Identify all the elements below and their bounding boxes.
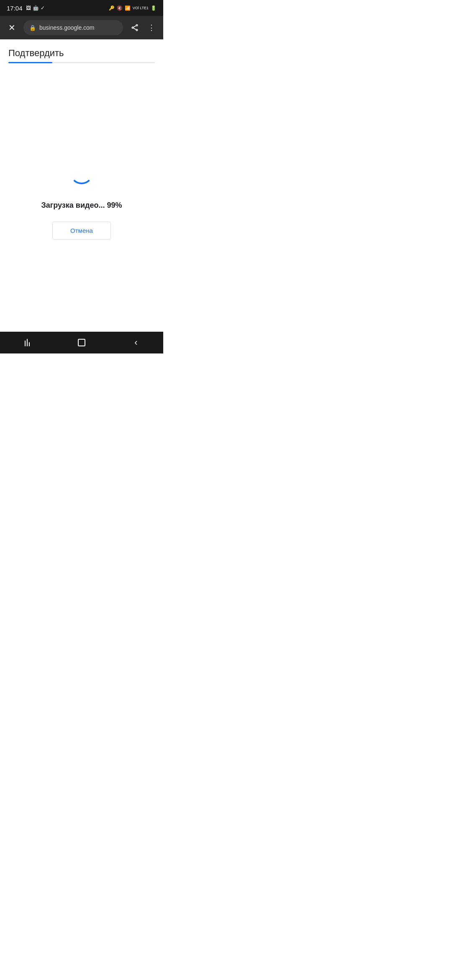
tab-title: Подтвердить <box>8 48 155 59</box>
svg-line-3 <box>134 28 136 29</box>
photo-icon: 🖼 <box>26 5 31 11</box>
browser-actions: ⋮ <box>128 21 158 34</box>
recent-apps-icon <box>25 339 30 346</box>
status-bar-left: 17:04 🖼 🤖 ✓ <box>7 5 45 12</box>
recent-apps-button[interactable] <box>17 333 37 353</box>
svg-line-4 <box>134 26 136 27</box>
tab-indicator-bar <box>8 62 155 63</box>
loading-text: Загрузка видео... 99% <box>41 201 122 210</box>
status-bar: 17:04 🖼 🤖 ✓ 🔑 🔇 📶 VOl LTE1 🔋 <box>0 0 163 16</box>
wifi-icon: 📶 <box>125 5 131 11</box>
back-button[interactable]: ‹ <box>126 333 146 353</box>
loading-spinner <box>70 161 93 184</box>
key-icon: 🔑 <box>109 5 115 11</box>
lte-icon: VOl LTE1 <box>133 6 149 10</box>
svg-point-2 <box>136 29 137 31</box>
main-area: Загрузка видео... 99% Отмена <box>0 63 163 332</box>
cancel-button[interactable]: Отмена <box>52 222 111 240</box>
lock-icon: 🔒 <box>29 25 36 31</box>
battery-icon: 🔋 <box>151 5 157 11</box>
back-icon: ‹ <box>134 337 137 348</box>
browser-bar: ✕ 🔒 business.google.com ⋮ <box>0 16 163 39</box>
tab-header: Подтвердить <box>0 39 163 63</box>
spinner-container <box>65 156 98 189</box>
share-button[interactable] <box>128 21 141 34</box>
page-content: Подтвердить Загрузка видео... 99% Отмена <box>0 39 163 332</box>
nav-bar: ‹ <box>0 332 163 353</box>
close-tab-button[interactable]: ✕ <box>5 21 18 34</box>
menu-button[interactable]: ⋮ <box>145 21 158 34</box>
svg-point-0 <box>136 25 137 26</box>
status-left-icons: 🖼 🤖 ✓ <box>26 5 45 11</box>
url-bar[interactable]: 🔒 business.google.com <box>23 20 123 35</box>
svg-point-1 <box>132 27 133 28</box>
bot-icon: 🤖 <box>33 5 39 11</box>
status-time: 17:04 <box>7 5 23 12</box>
mute-icon: 🔇 <box>117 5 123 11</box>
home-icon <box>78 339 85 346</box>
tab-indicator-active <box>8 62 52 63</box>
url-text: business.google.com <box>39 24 117 31</box>
check-icon: ✓ <box>41 5 45 11</box>
status-bar-right: 🔑 🔇 📶 VOl LTE1 🔋 <box>109 5 157 11</box>
home-button[interactable] <box>72 333 92 353</box>
